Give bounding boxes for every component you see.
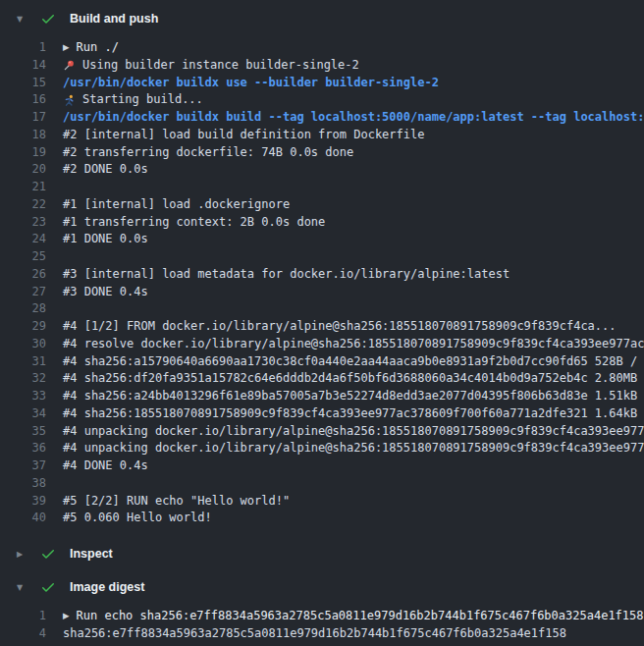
log-text: #1 [internal] load .dockerignore [63, 196, 290, 214]
line-number[interactable]: 34 [0, 405, 46, 423]
log-line: 36#4 unpacking docker.io/library/alpine@… [0, 440, 644, 458]
line-number[interactable]: 31 [0, 353, 46, 371]
pushpin-icon [63, 59, 76, 72]
log-line: 19#2 transferring dockerfile: 74B 0.0s d… [0, 144, 644, 162]
line-number[interactable]: 17 [0, 109, 46, 127]
log-line: 16Starting build... [0, 91, 644, 109]
log-text: #2 DONE 0.0s [63, 161, 148, 179]
line-number[interactable]: 4 [0, 625, 46, 643]
log-text: Starting build... [82, 91, 203, 109]
log-text: #4 sha256:185518070891758909c9f839cf4ca3… [63, 405, 644, 423]
log-text: #3 DONE 0.4s [63, 284, 148, 301]
log-text: #4 sha256:a15790640a6690aa1730c38cf0a440… [63, 353, 644, 371]
line-number[interactable]: 18 [0, 127, 46, 144]
line-number[interactable]: 15 [0, 75, 46, 92]
line-number[interactable]: 23 [0, 214, 46, 232]
log-line: 20#2 DONE 0.0s [0, 161, 644, 179]
log-line: 1▶Run ./ [0, 39, 644, 57]
line-number[interactable]: 27 [0, 284, 46, 301]
log-text: #4 resolve docker.io/library/alpine@sha2… [63, 336, 644, 353]
log-group-title: Build and push [70, 12, 158, 26]
line-number[interactable]: 38 [0, 475, 46, 493]
workflow-log: ▼Build and push1▶Run ./14Using builder i… [0, 0, 644, 646]
log-text: #5 0.060 Hello world! [63, 510, 212, 527]
runner-icon [63, 94, 76, 107]
expand-run-command-icon[interactable]: ▶ [63, 39, 70, 57]
log-text: #1 DONE 0.0s [63, 231, 148, 248]
chevron-down-icon[interactable]: ▼ [17, 15, 28, 24]
line-number[interactable]: 37 [0, 458, 46, 475]
log-group-title: Inspect [70, 547, 113, 561]
log-line: 24#1 DONE 0.0s [0, 231, 644, 248]
log-text: Run echo sha256:e7ff8834a5963a2785c5a081… [77, 608, 644, 625]
chevron-down-icon[interactable]: ▼ [17, 583, 28, 592]
log-line: 32#4 sha256:df20fa9351a15782c64e6dddb2d4… [0, 370, 644, 388]
log-line: 40#5 0.060 Hello world! [0, 510, 644, 527]
log-text: sha256:e7ff8834a5963a2785c5a0811e979d16b… [63, 625, 566, 643]
expand-run-command-icon[interactable]: ▶ [63, 608, 70, 625]
log-line: 1▶Run echo sha256:e7ff8834a5963a2785c5a0… [0, 608, 644, 625]
line-number[interactable]: 40 [0, 510, 46, 527]
log-line: 31#4 sha256:a15790640a6690aa1730c38cf0a4… [0, 353, 644, 371]
log-line: 35#4 unpacking docker.io/library/alpine@… [0, 423, 644, 441]
line-number[interactable]: 21 [0, 179, 46, 196]
log-line: 23#1 transferring context: 2B 0.0s done [0, 214, 644, 232]
log-text: #4 unpacking docker.io/library/alpine@sh… [63, 440, 644, 458]
line-number[interactable]: 35 [0, 423, 46, 441]
success-check-icon [40, 579, 56, 595]
log-group-header-inspect[interactable]: ▶Inspect [0, 537, 644, 570]
log-group-title: Image digest [70, 580, 144, 594]
success-check-icon [40, 11, 56, 27]
chevron-right-icon[interactable]: ▶ [17, 550, 28, 559]
log-text: #5 [2/2] RUN echo "Hello world!" [63, 493, 290, 511]
log-line: 4sha256:e7ff8834a5963a2785c5a0811e979d16… [0, 625, 644, 643]
line-number[interactable]: 20 [0, 161, 46, 179]
log-text: #3 [internal] load metadata for docker.i… [63, 266, 510, 284]
log-line: 17/usr/bin/docker buildx build --tag loc… [0, 109, 644, 127]
log-text: #2 [internal] load build definition from… [63, 127, 424, 144]
log-line: 27#3 DONE 0.4s [0, 284, 644, 301]
log-text: #4 sha256:a24bb4013296f61e89ba57005a7b3e… [63, 388, 644, 405]
log-line: 28 [0, 300, 644, 318]
log-group-header-build-and-push[interactable]: ▼Build and push [0, 2, 644, 35]
log-line: 25 [0, 248, 644, 266]
line-number[interactable]: 25 [0, 248, 46, 266]
log-line: 37#4 DONE 0.4s [0, 458, 644, 475]
line-number[interactable]: 24 [0, 231, 46, 248]
line-number[interactable]: 14 [0, 57, 46, 75]
log-line: 29#4 [1/2] FROM docker.io/library/alpine… [0, 318, 644, 336]
log-group-lines-build-and-push: 1▶Run ./14Using builder instance builder… [0, 35, 644, 537]
line-number[interactable]: 29 [0, 318, 46, 336]
line-number[interactable]: 1 [0, 39, 46, 57]
log-text: #4 DONE 0.4s [63, 458, 148, 475]
line-number[interactable]: 19 [0, 144, 46, 162]
log-text: #4 sha256:df20fa9351a15782c64e6dddb2d4a6… [63, 370, 644, 388]
line-number[interactable]: 1 [0, 608, 46, 625]
log-text: #4 unpacking docker.io/library/alpine@sh… [63, 423, 644, 441]
log-line: 39#5 [2/2] RUN echo "Hello world!" [0, 493, 644, 511]
line-number[interactable]: 22 [0, 196, 46, 214]
line-number[interactable]: 39 [0, 493, 46, 511]
line-number[interactable]: 32 [0, 370, 46, 388]
log-line: 14Using builder instance builder-single-… [0, 57, 644, 75]
log-line: 33#4 sha256:a24bb4013296f61e89ba57005a7b… [0, 388, 644, 405]
log-line: 30#4 resolve docker.io/library/alpine@sh… [0, 336, 644, 353]
log-text: #4 [1/2] FROM docker.io/library/alpine@s… [63, 318, 617, 336]
log-line: 22#1 [internal] load .dockerignore [0, 196, 644, 214]
log-line: 15/usr/bin/docker buildx use --builder b… [0, 75, 644, 92]
log-line: 34#4 sha256:185518070891758909c9f839cf4c… [0, 405, 644, 423]
command-text: /usr/bin/docker buildx build --tag local… [63, 109, 644, 127]
command-text: /usr/bin/docker buildx use --builder bui… [63, 75, 439, 92]
log-line: 38 [0, 475, 644, 493]
line-number[interactable]: 16 [0, 91, 46, 109]
success-check-icon [40, 546, 56, 562]
log-text: #2 transferring dockerfile: 74B 0.0s don… [63, 144, 353, 162]
line-number[interactable]: 30 [0, 336, 46, 353]
line-number[interactable]: 26 [0, 266, 46, 284]
log-text: Run ./ [77, 39, 119, 57]
line-number[interactable]: 33 [0, 388, 46, 405]
line-number[interactable]: 28 [0, 300, 46, 318]
log-group-header-image-digest[interactable]: ▼Image digest [0, 570, 644, 604]
log-line: 18#2 [internal] load build definition fr… [0, 127, 644, 144]
line-number[interactable]: 36 [0, 440, 46, 458]
